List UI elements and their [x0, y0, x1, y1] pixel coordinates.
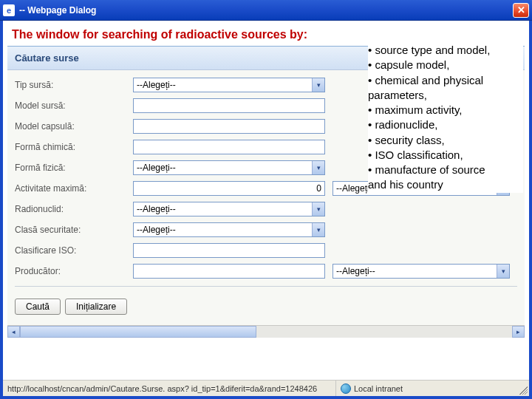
select-tip-sursa-display[interactable] [133, 78, 325, 92]
ie-icon: e [3, 4, 15, 16]
bullet-line: • capsule model, [368, 58, 523, 72]
row-clasa-securitate: Clasă securitate: ▾ [7, 219, 525, 240]
chevron-down-icon[interactable]: ▾ [312, 78, 324, 92]
titlebar: e -- Webpage Dialog ✕ [0, 0, 532, 21]
input-producator[interactable] [133, 264, 325, 279]
label-radionuclid: Radionuclid: [15, 204, 133, 214]
label-producator: Producător: [15, 266, 133, 276]
divider [15, 286, 517, 287]
bullet-line: • ISO classification, [368, 148, 523, 163]
label-forma-fizica: Formă fizică: [15, 163, 133, 173]
select-producator-display[interactable] [332, 264, 510, 279]
select-producator[interactable]: ▾ [332, 264, 510, 279]
bullet-line: • maximum activity, [368, 103, 523, 117]
select-clasa-securitate[interactable]: ▾ [133, 222, 325, 237]
bullet-line: parameters, [368, 88, 523, 103]
button-row: Caută Inițializare [7, 291, 525, 325]
select-radionuclid-display[interactable] [133, 202, 325, 216]
chevron-down-icon[interactable]: ▾ [312, 223, 324, 236]
close-button[interactable]: ✕ [513, 3, 529, 18]
chevron-down-icon[interactable]: ▾ [497, 265, 509, 278]
zone-label: Local intranet [354, 384, 403, 393]
input-model-sursa[interactable] [133, 98, 325, 113]
status-url: http://localhost/cncan/admin/Cautare.Sur… [7, 381, 336, 396]
page-caption: The window for searching of radioactive … [12, 28, 307, 41]
row-radionuclid: Radionuclid: ▾ [7, 199, 525, 219]
select-forma-fizica[interactable]: ▾ [133, 160, 325, 175]
resize-grip-icon[interactable] [517, 384, 528, 395]
select-tip-sursa[interactable]: ▾ [133, 78, 325, 92]
select-radionuclid[interactable]: ▾ [133, 202, 325, 216]
bullet-line: • manufacture of source [368, 163, 523, 177]
scroll-thumb[interactable] [20, 326, 256, 338]
label-clasa-securitate: Clasă securitate: [15, 225, 133, 235]
label-clasificare-iso: Clasificare ISO: [15, 245, 133, 256]
bullet-line: • chemical and physical [368, 73, 523, 88]
label-tip-sursa: Tip sursă: [15, 80, 133, 90]
input-clasificare-iso[interactable] [133, 243, 325, 258]
status-zone: Local intranet [341, 383, 403, 394]
label-activitate-maxima: Activitate maximă: [15, 183, 133, 194]
horizontal-scrollbar[interactable]: ◂ ▸ [7, 325, 525, 338]
window-body: The window for searching of radioactive … [0, 21, 532, 399]
chevron-down-icon[interactable]: ▾ [312, 202, 324, 216]
row-clasificare-iso: Clasificare ISO: [7, 240, 525, 261]
annotation-bullets: • source type and model, • capsule model… [368, 43, 523, 193]
globe-icon [341, 383, 351, 394]
statusbar: http://localhost/cncan/admin/Cautare.Sur… [3, 380, 529, 396]
bullet-line: • radionuclide, [368, 117, 523, 132]
label-model-capsula: Model capsulă: [15, 121, 133, 132]
select-clasa-securitate-display[interactable] [133, 222, 325, 237]
scroll-left-button[interactable]: ◂ [7, 326, 20, 338]
label-forma-chimica: Formă chimică: [15, 142, 133, 152]
select-forma-fizica-display[interactable] [133, 160, 325, 175]
scroll-right-button[interactable]: ▸ [512, 326, 525, 338]
input-activitate-maxima[interactable] [133, 181, 325, 196]
bullet-line: and his country [368, 177, 523, 192]
search-button[interactable]: Caută [15, 299, 61, 315]
window-title: -- Webpage Dialog [19, 5, 513, 16]
label-model-sursa: Model sursă: [15, 100, 133, 111]
bullet-line: • security class, [368, 133, 523, 148]
bullet-line: • source type and model, [368, 43, 523, 58]
input-forma-chimica[interactable] [133, 140, 325, 154]
reset-button[interactable]: Inițializare [65, 299, 127, 315]
input-model-capsula[interactable] [133, 119, 325, 134]
row-producator: Producător: ▾ [7, 261, 525, 282]
chevron-down-icon[interactable]: ▾ [312, 161, 324, 174]
caption-row: The window for searching of radioactive … [3, 21, 529, 46]
